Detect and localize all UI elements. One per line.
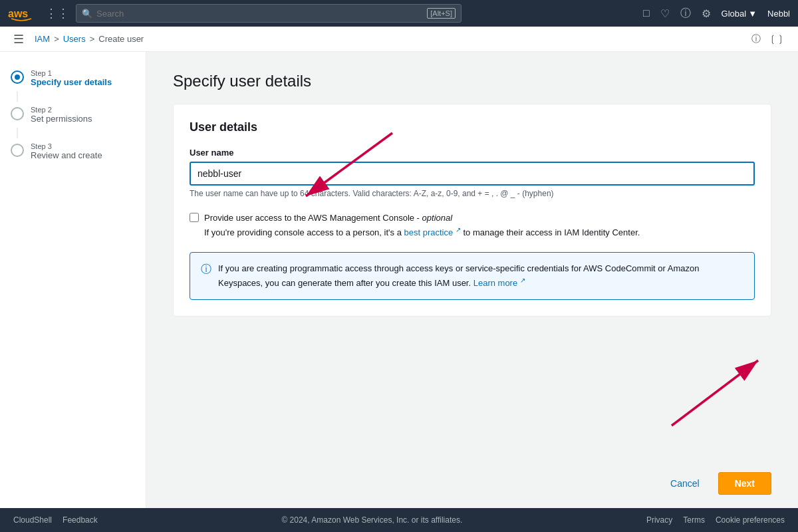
- hamburger-menu[interactable]: ☰: [13, 32, 24, 47]
- username-field-group: User name The user name can have up to 6…: [190, 148, 755, 198]
- top-navigation: aws ⋮⋮ 🔍 [Alt+S] □ ♡ ⓘ ⚙ Global ▼ Nebbl: [0, 0, 798, 27]
- step-connector-2: [17, 128, 18, 138]
- user-menu-button[interactable]: Nebbl: [767, 9, 790, 19]
- terminal-icon[interactable]: □: [643, 7, 650, 19]
- footer-copyright: © 2024, Amazon Web Services, Inc. or its…: [98, 515, 646, 525]
- info-icon: ⓘ: [201, 263, 211, 277]
- step-1-info: Step 1 Specify user details: [31, 69, 112, 87]
- question-icon[interactable]: ⓘ: [680, 7, 691, 21]
- username-input[interactable]: [190, 162, 755, 186]
- sidebar-step-1[interactable]: Step 1 Specify user details: [0, 65, 146, 91]
- footer-right: Privacy Terms Cookie preferences: [646, 515, 785, 525]
- chevron-down-icon: ▼: [748, 9, 757, 19]
- optional-text: optional: [422, 213, 453, 223]
- cloudshell-button[interactable]: CloudShell: [13, 515, 52, 525]
- privacy-link[interactable]: Privacy: [646, 515, 672, 525]
- breadcrumb-sep-2: >: [90, 34, 95, 44]
- sidebar: Step 1 Specify user details Step 2 Set p…: [0, 52, 146, 508]
- step-2-info: Step 2 Set permissions: [31, 106, 92, 124]
- page-title: Specify user details: [173, 72, 771, 90]
- step-1-indicator: [11, 70, 24, 84]
- step-3-info: Step 3 Review and create: [31, 142, 102, 160]
- search-bar[interactable]: 🔍 [Alt+S]: [76, 4, 462, 23]
- search-shortcut: [Alt+S]: [427, 8, 456, 19]
- global-region-button[interactable]: Global ▼: [722, 9, 757, 19]
- learn-more-link[interactable]: Learn more ↗: [473, 278, 525, 288]
- main-layout: Step 1 Specify user details Step 2 Set p…: [0, 52, 798, 508]
- step-3-number: Step 3: [31, 142, 102, 150]
- card-title: User details: [190, 120, 755, 134]
- user-details-card: User details User name The user name can…: [173, 104, 771, 317]
- search-input[interactable]: [96, 9, 423, 19]
- svg-text:aws: aws: [8, 8, 28, 19]
- step-connector-1: [17, 91, 18, 102]
- cookie-link[interactable]: Cookie preferences: [716, 515, 785, 525]
- content-area: Specify user details User details User n…: [146, 52, 798, 459]
- breadcrumb-users[interactable]: Users: [63, 34, 86, 44]
- console-access-checkbox[interactable]: [190, 213, 199, 222]
- footer: CloudShell Feedback © 2024, Amazon Web S…: [0, 508, 798, 532]
- next-button[interactable]: Next: [718, 472, 771, 495]
- external-link-icon-2: ↗: [520, 277, 525, 284]
- best-practice-link[interactable]: best practice ↗: [404, 227, 461, 237]
- step-3-label: Review and create: [31, 150, 102, 160]
- sidebar-step-3[interactable]: Step 3 Review and create: [0, 138, 146, 164]
- step-2-indicator: [11, 107, 24, 120]
- step-1-number: Step 1: [31, 69, 112, 77]
- console-access-label: Provide user access to the AWS Managemen…: [204, 211, 640, 239]
- terms-link[interactable]: Terms: [683, 515, 705, 525]
- info-box: ⓘ If you are creating programmatic acces…: [190, 252, 755, 299]
- breadcrumb-current: Create user: [98, 34, 144, 44]
- nav-icons: □ ♡ ⓘ ⚙ Global ▼ Nebbl: [643, 7, 790, 21]
- footer-left: CloudShell Feedback: [13, 515, 98, 525]
- step-1-label: Specify user details: [31, 77, 112, 87]
- info-circle-icon[interactable]: ⓘ: [751, 33, 761, 45]
- console-access-row: Provide user access to the AWS Managemen…: [190, 211, 755, 239]
- step-2-number: Step 2: [31, 106, 92, 114]
- feedback-button[interactable]: Feedback: [63, 515, 98, 525]
- bell-icon[interactable]: ♡: [660, 7, 670, 20]
- action-bar: Cancel Next: [146, 459, 798, 508]
- breadcrumb-sep-1: >: [54, 34, 59, 44]
- step-3-indicator: [11, 144, 24, 157]
- breadcrumb-bar: ☰ IAM > Users > Create user ⓘ ❲❳: [0, 27, 798, 52]
- search-icon: 🔍: [82, 9, 92, 19]
- username-label: User name: [190, 148, 755, 158]
- step-2-label: Set permissions: [31, 114, 92, 124]
- grid-icon[interactable]: ⋮⋮: [45, 6, 69, 21]
- aws-logo[interactable]: aws: [8, 5, 35, 21]
- info-text: If you are creating programmatic access …: [218, 262, 743, 289]
- feedback-icon[interactable]: ❲❳: [769, 33, 785, 45]
- external-link-icon-1: ↗: [456, 226, 461, 233]
- breadcrumb-icons: ⓘ ❲❳: [751, 33, 785, 45]
- breadcrumb-iam[interactable]: IAM: [35, 34, 50, 44]
- cancel-button[interactable]: Cancel: [662, 473, 708, 494]
- sidebar-step-2[interactable]: Step 2 Set permissions: [0, 102, 146, 128]
- username-hint: The user name can have up to 64 characte…: [190, 189, 755, 198]
- settings-icon[interactable]: ⚙: [702, 7, 711, 20]
